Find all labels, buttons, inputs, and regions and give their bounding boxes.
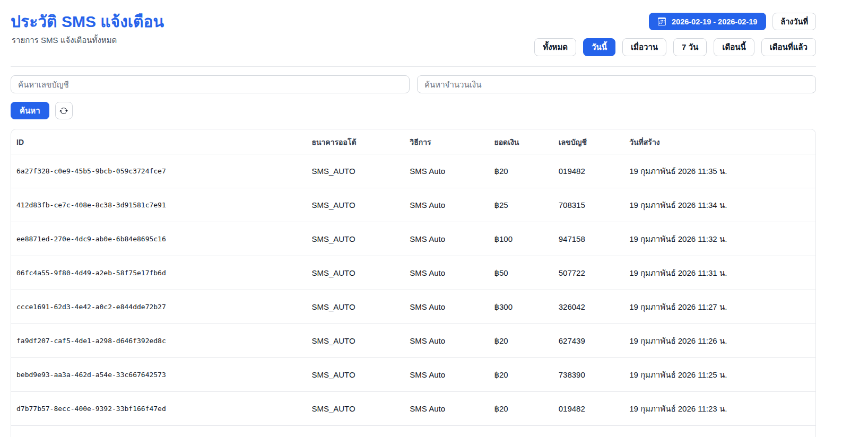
cell-created: 19 กุมภาพันธ์ 2026 11:32 น. [624, 222, 815, 256]
column-header-amount: ยอดเงิน [489, 129, 553, 154]
cell-bank: SMS_AUTO [306, 188, 404, 222]
cell-created: 19 กุมภาพันธ์ 2026 11:25 น. [624, 358, 815, 392]
cell-id: bebd9e93-aa3a-462d-a54e-33c667642573 [11, 358, 306, 392]
date-range-row: 2026-02-19 - 2026-02-19 ล้างวันที่ [649, 13, 816, 30]
table-row: 6a27f328-c0e9-45b5-9bcb-059c3724fce7SMS_… [11, 154, 815, 188]
column-header-id: ID [11, 129, 306, 154]
quick-filter-4[interactable]: เดือนนี้ [714, 38, 754, 56]
refresh-button[interactable] [55, 102, 73, 119]
calendar-icon [658, 18, 666, 25]
sms-history-table-container: IDธนาคารออโต้วิธีการยอดเงินเลขบัญชีวันที… [11, 129, 816, 437]
cell-account: 627439 [553, 324, 624, 358]
cell-bank: SMS_AUTO [306, 222, 404, 256]
cell-method: SMS Auto [404, 324, 489, 358]
cell-bank: SMS_AUTO [306, 290, 404, 324]
cell-created: 19 กุมภาพันธ์ 2026 11:34 น. [624, 188, 815, 222]
date-controls: 2026-02-19 - 2026-02-19 ล้างวันที่ ทั้งห… [534, 13, 816, 56]
cell-bank: SMS_AUTO [306, 358, 404, 392]
table-row: ee8871ed-270e-4dc9-ab0e-6b84e8695c16SMS_… [11, 222, 815, 256]
clear-date-button[interactable]: ล้างวันที่ [772, 13, 816, 30]
cell-id: ccce1691-62d3-4e42-a0c2-e844dde72b27 [11, 290, 306, 324]
cell-bank: SMS_AUTO [306, 256, 404, 290]
table-row: bebd9e93-aa3a-462d-a54e-33c667642573SMS_… [11, 358, 815, 392]
cell-account: 507722 [553, 256, 624, 290]
quick-filter-group: ทั้งหมดวันนี้เมื่อวาน7 วันเดือนนี้เดือนท… [534, 38, 816, 56]
cell-amount: ฿50 [489, 256, 553, 290]
action-row: ค้นหา [11, 102, 816, 119]
cell-account: 019482 [553, 392, 624, 426]
cell-method: SMS Auto [404, 154, 489, 188]
cell-method: SMS Auto [404, 290, 489, 324]
search-row [11, 75, 816, 93]
cell-id: 6a27f328-c0e9-45b5-9bcb-059c3724fce7 [11, 154, 306, 188]
cell-amount: ฿20 [489, 154, 553, 188]
cell-id: ee8871ed-270e-4dc9-ab0e-6b84e8695c16 [11, 222, 306, 256]
column-header-method: วิธีการ [404, 129, 489, 154]
cell-amount: ฿20 [489, 324, 553, 358]
cell-bank: SMS_AUTO [306, 324, 404, 358]
quick-filter-0[interactable]: ทั้งหมด [534, 38, 576, 56]
page-title: ประวัติ SMS แจ้งเตือน [11, 13, 164, 31]
table-header-row: IDธนาคารออโต้วิธีการยอดเงินเลขบัญชีวันที… [11, 129, 815, 154]
page-header: ประวัติ SMS แจ้งเตือน รายการ SMS แจ้งเตื… [11, 0, 816, 56]
cell-id: 412d83fb-ce7c-408e-8c38-3d91581c7e91 [11, 188, 306, 222]
cell-account: 947158 [553, 222, 624, 256]
search-button[interactable]: ค้นหา [11, 102, 49, 119]
quick-filter-5[interactable]: เดือนที่แล้ว [761, 38, 816, 56]
cell-account: 738390 [553, 358, 624, 392]
cell-amount: ฿20 [489, 392, 553, 426]
cell-amount: ฿300 [489, 290, 553, 324]
account-search-input[interactable] [11, 75, 410, 93]
header-divider [11, 66, 816, 67]
sms-history-table: IDธนาคารออโต้วิธีการยอดเงินเลขบัญชีวันที… [11, 129, 815, 437]
cell-method: SMS Auto [404, 392, 489, 426]
page-subtitle: รายการ SMS แจ้งเตือนทั้งหมด [12, 34, 164, 47]
table-row-partial [11, 426, 815, 437]
cell-created: 19 กุมภาพันธ์ 2026 11:35 น. [624, 154, 815, 188]
title-block: ประวัติ SMS แจ้งเตือน รายการ SMS แจ้งเตื… [11, 13, 164, 47]
sms-history-page: ประวัติ SMS แจ้งเตือน รายการ SMS แจ้งเตื… [0, 0, 868, 437]
refresh-icon [59, 107, 68, 115]
date-range-label: 2026-02-19 - 2026-02-19 [672, 18, 757, 26]
table-row: ccce1691-62d3-4e42-a0c2-e844dde72b27SMS_… [11, 290, 815, 324]
table-row: 06fc4a55-9f80-4d49-a2eb-58f75e17fb6dSMS_… [11, 256, 815, 290]
cell-bank: SMS_AUTO [306, 154, 404, 188]
cell-amount: ฿20 [489, 358, 553, 392]
column-header-bank: ธนาคารออโต้ [306, 129, 404, 154]
cell-created: 19 กุมภาพันธ์ 2026 11:26 น. [624, 324, 815, 358]
cell-id: fa9df207-caf5-4de1-a298-d646f392ed8c [11, 324, 306, 358]
date-range-button[interactable]: 2026-02-19 - 2026-02-19 [649, 13, 766, 30]
cell-account: 326042 [553, 290, 624, 324]
cell-amount: ฿100 [489, 222, 553, 256]
cell-method: SMS Auto [404, 256, 489, 290]
cell-created: 19 กุมภาพันธ์ 2026 11:27 น. [624, 290, 815, 324]
cell-id: 06fc4a55-9f80-4d49-a2eb-58f75e17fb6d [11, 256, 306, 290]
quick-filter-1[interactable]: วันนี้ [583, 38, 615, 56]
cell-created: 19 กุมภาพันธ์ 2026 11:31 น. [624, 256, 815, 290]
table-row: d7b77b57-8ecc-400e-9392-33bf166f47edSMS_… [11, 392, 815, 426]
quick-filter-3[interactable]: 7 วัน [673, 38, 707, 56]
cell-bank: SMS_AUTO [306, 392, 404, 426]
column-header-account: เลขบัญชี [553, 129, 624, 154]
table-body: 6a27f328-c0e9-45b5-9bcb-059c3724fce7SMS_… [11, 154, 815, 437]
cell-method: SMS Auto [404, 358, 489, 392]
cell-account: 019482 [553, 154, 624, 188]
cell-id: d7b77b57-8ecc-400e-9392-33bf166f47ed [11, 392, 306, 426]
cell-amount: ฿25 [489, 188, 553, 222]
cell-account: 708315 [553, 188, 624, 222]
quick-filter-2[interactable]: เมื่อวาน [622, 38, 666, 56]
table-row: 412d83fb-ce7c-408e-8c38-3d91581c7e91SMS_… [11, 188, 815, 222]
amount-search-input[interactable] [417, 75, 816, 93]
cell-method: SMS Auto [404, 188, 489, 222]
cell-created: 19 กุมภาพันธ์ 2026 11:23 น. [624, 392, 815, 426]
column-header-created: วันที่สร้าง [624, 129, 815, 154]
table-row: fa9df207-caf5-4de1-a298-d646f392ed8cSMS_… [11, 324, 815, 358]
cell-method: SMS Auto [404, 222, 489, 256]
